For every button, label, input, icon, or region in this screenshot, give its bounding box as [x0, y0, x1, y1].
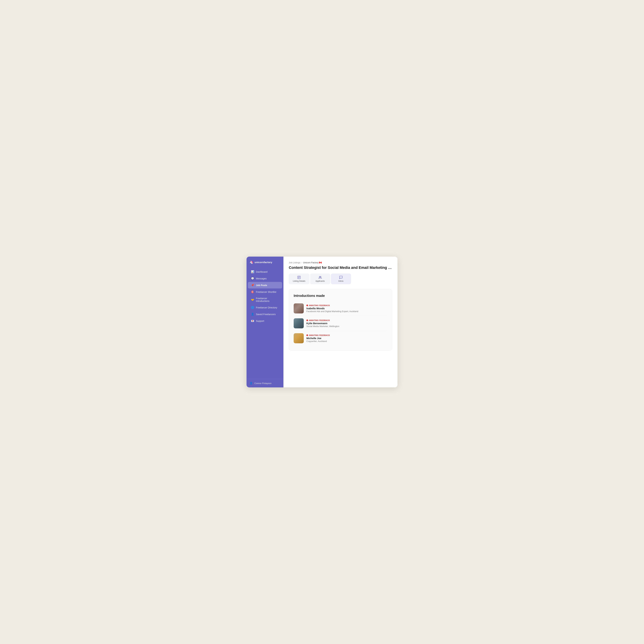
tab-listing-details-label: Listing Details	[293, 280, 305, 282]
avatar-kylie	[294, 318, 304, 328]
shortlist-icon: 🎯	[251, 290, 254, 293]
sidebar-item-job-posts[interactable]: 📌 Job Posts	[248, 282, 282, 288]
sidebar-item-label: Freelancer Introductions	[256, 297, 279, 302]
main-inner: Job Listings › Unicorn Factory 🇨🇦 Conten…	[283, 257, 397, 387]
sidebar-item-messages[interactable]: 💬 Messages	[248, 275, 282, 282]
intros-card: Introductions made AWAITING FEEDBACK Isa…	[289, 289, 392, 351]
intro-name-michelle: Michelle Joe	[306, 337, 387, 340]
job-posts-icon: 📌	[251, 284, 254, 287]
app-container: 🦄 unicornfactory 📊 Dashboard 💬 Messages …	[247, 257, 397, 387]
intro-subtitle-isabella: Facebook Ads and Digital Marketing Exper…	[306, 310, 387, 313]
sidebar-nav: 📊 Dashboard 💬 Messages 📌 Job Posts 🎯 Fre…	[247, 267, 283, 379]
tabs: Listing Details Applicants	[289, 274, 392, 284]
intros-title: Introductions made	[294, 294, 387, 298]
logo-text: unicornfactory	[255, 261, 272, 264]
saved-icon: 👤	[251, 313, 254, 316]
sidebar-footer: 👤 Connor Finlayson	[247, 379, 283, 387]
breadcrumb-parent[interactable]: Job Listings	[289, 261, 300, 264]
page-title: Content Strategist for Social Media and …	[289, 265, 392, 270]
status-badge-michelle: AWAITING FEEDBACK	[306, 334, 387, 336]
applicants-icon	[318, 276, 322, 279]
sidebar-item-support[interactable]: 💌 Support	[248, 318, 282, 324]
intro-subtitle-michelle: Copywriter, Auckland	[306, 340, 387, 342]
intro-name-isabella: Isabella Woods	[306, 307, 387, 310]
sidebar-item-freelancer-shortlist[interactable]: 🎯 Freelancer Shortlist	[248, 289, 282, 295]
svg-point-5	[320, 276, 321, 277]
tab-intros-label: Intros	[338, 280, 343, 282]
status-dot-isabella	[306, 305, 308, 306]
avatar-michelle	[294, 333, 304, 343]
intro-info-michelle: AWAITING FEEDBACK Michelle Joe Copywrite…	[306, 334, 387, 342]
user-avatar-icon: 👤	[250, 382, 253, 385]
tab-applicants-label: Applicants	[315, 280, 325, 282]
listing-details-icon	[297, 276, 301, 279]
sidebar-item-label: Support	[256, 320, 264, 322]
sidebar-item-saved-freelancers[interactable]: 👤 Saved Freelancers	[248, 311, 282, 317]
sidebar-item-dashboard[interactable]: 📊 Dashboard	[248, 269, 282, 275]
dashboard-icon: 📊	[251, 270, 254, 273]
status-badge-isabella: AWAITING FEEDBACK	[306, 304, 387, 306]
intro-name-kylie: Kylie Bensemann	[306, 322, 387, 325]
sidebar-item-label: Freelancer Directory	[256, 306, 277, 309]
intro-subtitle-kylie: Social Media Marketer, Wellington	[306, 325, 387, 328]
intro-item-kylie[interactable]: AWAITING FEEDBACK Kylie Bensemann Social…	[294, 316, 387, 331]
sidebar-logo: 🦄 unicornfactory	[247, 257, 283, 267]
sidebar-item-label: Job Posts	[256, 284, 267, 287]
status-dot-michelle	[306, 334, 308, 336]
introductions-icon: 🤝	[251, 298, 254, 301]
logo-icon: 🦄	[250, 260, 253, 264]
sidebar-item-label: Messages	[256, 277, 267, 280]
sidebar-item-freelancer-introductions[interactable]: 🤝 Freelancer Introductions	[248, 295, 282, 304]
sidebar-item-label: Dashboard	[256, 271, 267, 273]
sidebar-item-label: Freelancer Shortlist	[256, 291, 276, 293]
sidebar: 🦄 unicornfactory 📊 Dashboard 💬 Messages …	[247, 257, 283, 387]
intro-info-kylie: AWAITING FEEDBACK Kylie Bensemann Social…	[306, 319, 387, 328]
breadcrumb-separator: ›	[301, 261, 302, 264]
sidebar-item-freelancer-directory[interactable]: 🌐 Freelancer Directory	[248, 304, 282, 311]
tab-applicants[interactable]: Applicants	[310, 274, 330, 284]
sidebar-user-name: Connor Finlayson	[254, 382, 272, 385]
breadcrumb: Job Listings › Unicorn Factory 🇨🇦	[289, 261, 392, 264]
avatar-isabella	[294, 303, 304, 313]
messages-icon: 💬	[251, 277, 254, 280]
tab-intros[interactable]: Intros	[331, 274, 351, 284]
status-badge-kylie: AWAITING FEEDBACK	[306, 319, 387, 321]
main-content: Job Listings › Unicorn Factory 🇨🇦 Conten…	[283, 257, 397, 387]
breadcrumb-current: Unicorn Factory 🇨🇦	[303, 261, 322, 264]
intro-item-isabella[interactable]: AWAITING FEEDBACK Isabella Woods Faceboo…	[294, 301, 387, 316]
support-icon: 💌	[251, 319, 254, 323]
status-dot-kylie	[306, 319, 308, 321]
tab-listing-details[interactable]: Listing Details	[289, 274, 309, 284]
intro-info-isabella: AWAITING FEEDBACK Isabella Woods Faceboo…	[306, 304, 387, 313]
intros-icon	[339, 276, 343, 279]
intro-item-michelle[interactable]: AWAITING FEEDBACK Michelle Joe Copywrite…	[294, 331, 387, 346]
sidebar-item-label: Saved Freelancers	[256, 313, 276, 316]
directory-icon: 🌐	[251, 306, 254, 309]
